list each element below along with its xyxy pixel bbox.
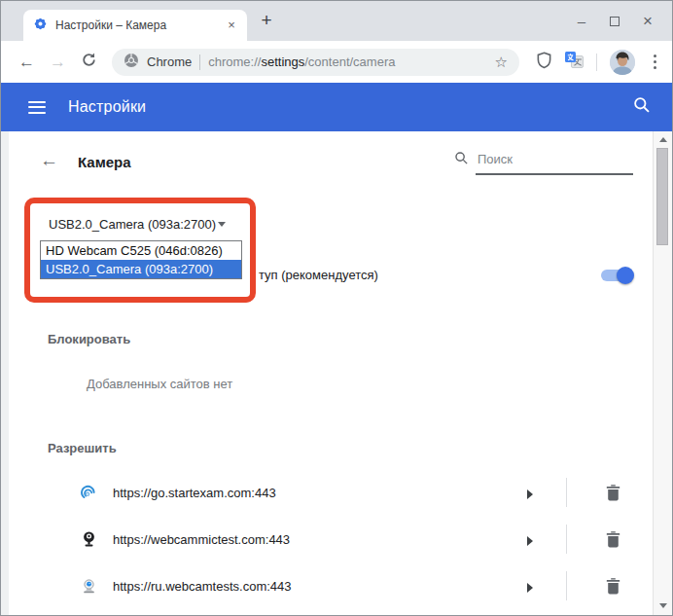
translate-extension-icon[interactable] (565, 52, 584, 72)
scrollbar-up-icon[interactable] (654, 137, 672, 142)
site-details-arrow-icon[interactable] (526, 533, 536, 545)
site-settings-label: Chrome (147, 54, 192, 69)
page-scrollbar[interactable] (653, 131, 672, 615)
delete-site-trash-icon[interactable] (606, 531, 620, 548)
left-gutter (1, 131, 9, 615)
maximize-icon (610, 17, 620, 26)
site-row-webcammictest[interactable]: https://webcammictest.com:443 (9, 516, 653, 562)
browser-toolbar: ← → Chrome chrome://settings/content/cam… (1, 41, 672, 83)
page-title: Камера (78, 154, 131, 170)
camera-device-select[interactable]: USB2.0_Camera (093a:2700) (40, 209, 234, 238)
page-back-button[interactable]: ← (40, 150, 58, 171)
close-window-button[interactable]: × (631, 12, 664, 31)
block-empty-text: Добавленных сайтов нет (87, 377, 232, 391)
search-input[interactable] (476, 151, 633, 175)
device-option-usb-camera[interactable]: USB2.0_Camera (093a:2700) (41, 260, 241, 278)
browser-window: Настройки – Камера × + – × ← → Chrome ch… (0, 0, 673, 616)
hamburger-menu-icon[interactable] (28, 101, 46, 114)
chrome-logo-icon (124, 53, 139, 72)
scrollbar-down-icon[interactable] (654, 603, 672, 608)
title-bar: Настройки – Камера × + – × (1, 1, 672, 41)
delete-site-trash-icon[interactable] (606, 578, 620, 595)
delete-site-trash-icon[interactable] (606, 485, 620, 501)
site-details-arrow-icon[interactable] (526, 580, 536, 592)
settings-search-icon[interactable] (633, 96, 651, 118)
settings-app-bar: Настройки (1, 83, 672, 131)
camera-settings-page: ← Камера туп (рекомендуется) USB2.0_Came… (1, 131, 672, 615)
site-url: https://webcammictest.com:443 (113, 532, 290, 547)
tab-title: Настройки – Камера (55, 18, 216, 32)
site-url: https://ru.webcamtests.com:443 (113, 579, 292, 594)
new-tab-button[interactable]: + (255, 9, 278, 32)
chevron-down-icon (218, 222, 226, 227)
profile-avatar[interactable] (610, 50, 635, 75)
page-search (454, 151, 633, 175)
bookmark-star-icon[interactable]: ☆ (495, 54, 508, 71)
minimize-button[interactable]: – (565, 13, 598, 29)
startexam-arcs-icon (81, 484, 97, 501)
scrollbar-thumb[interactable] (656, 148, 668, 245)
block-section-label: Блокировать (48, 332, 130, 346)
window-controls: – × (565, 1, 664, 41)
maximize-button[interactable] (598, 13, 631, 29)
site-url: https://go.startexam.com:443 (113, 486, 276, 500)
shield-extension-icon[interactable] (536, 52, 552, 73)
browser-menu-icon[interactable] (648, 54, 662, 69)
browser-tab[interactable]: Настройки – Камера × (23, 10, 247, 41)
allowed-sites-list: https://go.startexam.com:443 (9, 469, 653, 609)
toolbar-right-icons (536, 50, 662, 75)
site-row-webcamtests[interactable]: https://ru.webcamtests.com:443 (9, 562, 653, 609)
settings-gear-favicon-icon (33, 17, 48, 35)
ask-permission-label-fragment: туп (рекомендуется) (259, 268, 378, 282)
site-row-startexam[interactable]: https://go.startexam.com:443 (9, 469, 653, 516)
selected-device-value: USB2.0_Camera (093a:2700) (40, 217, 216, 232)
webcam-dark-icon (81, 530, 97, 548)
row-divider (566, 478, 567, 507)
forward-button[interactable]: → (50, 54, 66, 70)
row-divider (566, 525, 567, 554)
search-icon (454, 151, 469, 169)
url-text[interactable]: chrome://settings/content/camera (208, 54, 486, 69)
toolbar-divider (596, 54, 597, 71)
reload-button[interactable] (81, 52, 97, 72)
camera-device-listbox: HD Webcam C525 (046d:0826) USB2.0_Camera… (40, 240, 242, 279)
ask-permission-toggle[interactable] (601, 267, 632, 284)
site-details-arrow-icon[interactable] (526, 487, 536, 498)
allow-section-label: Разрешить (48, 441, 117, 455)
omnibox-divider (199, 54, 200, 70)
tab-close-icon[interactable]: × (224, 18, 239, 33)
webcam-blue-icon (81, 577, 97, 595)
row-divider (566, 571, 567, 600)
device-option-hd-webcam[interactable]: HD Webcam C525 (046d:0826) (41, 241, 241, 260)
address-bar[interactable]: Chrome chrome://settings/content/camera … (112, 49, 519, 76)
settings-title: Настройки (68, 98, 146, 116)
back-button[interactable]: ← (18, 54, 35, 70)
toggle-knob (617, 267, 634, 284)
